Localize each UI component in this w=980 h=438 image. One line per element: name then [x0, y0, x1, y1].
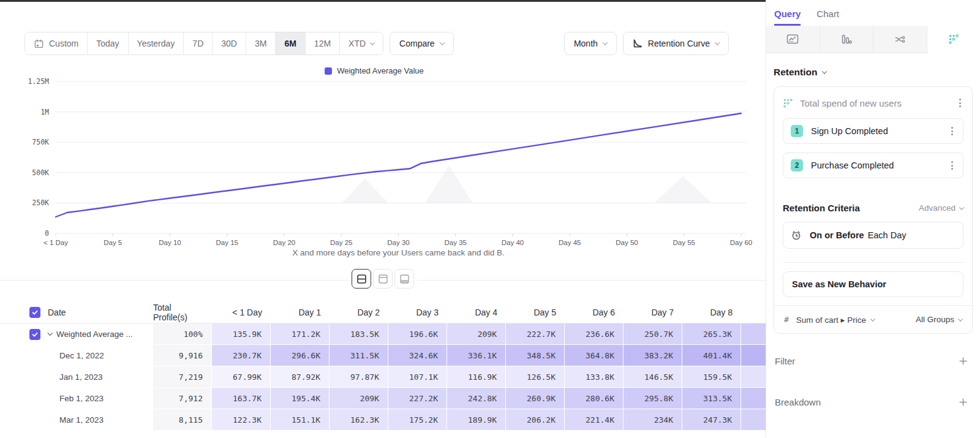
- flows-icon: [894, 34, 905, 45]
- retention-cell: 189.9K: [447, 409, 506, 431]
- column-header: Day 4: [447, 301, 506, 323]
- groups-dropdown[interactable]: All Groups: [916, 315, 962, 324]
- split-view-button[interactable]: [352, 269, 371, 289]
- retention-icon: [948, 34, 959, 45]
- tab-funnels[interactable]: [820, 26, 874, 53]
- table-row[interactable]: Dec 1, 20229,916230.7K296.6K311.5K324.6K…: [0, 345, 766, 366]
- retention-cell: 209K: [447, 323, 506, 345]
- retention-cell: 206.2K: [506, 409, 565, 431]
- svg-text:Day 20: Day 20: [273, 239, 295, 246]
- retention-criteria-row: Retention Criteria Advanced: [783, 203, 963, 213]
- tab-query[interactable]: Query: [774, 9, 801, 26]
- retention-curve-icon: [633, 39, 643, 48]
- date-column-header: Date: [0, 301, 153, 323]
- collapse-row-icon[interactable]: [47, 330, 52, 335]
- step-row-1[interactable]: 1 Sign Up Completed: [783, 118, 963, 144]
- chart-caption: X and more days before your Users came b…: [56, 248, 741, 257]
- top-edge-strip: [0, 0, 766, 2]
- retention-cell: 242.8K: [447, 388, 506, 409]
- step-menu-button[interactable]: [949, 159, 956, 172]
- tab-chart[interactable]: Chart: [816, 9, 839, 26]
- select-all-checkbox[interactable]: [29, 307, 40, 318]
- table-row[interactable]: Feb 1, 20237,912163.7K195.4K209K227.2K24…: [0, 388, 766, 409]
- retention-cell: 162.3K: [330, 409, 388, 431]
- retention-cell-partial: [741, 388, 766, 409]
- svg-text:Day 25: Day 25: [330, 239, 352, 246]
- retention-cell: 364.8K: [565, 345, 624, 366]
- retention-cell: 122.3K: [212, 409, 271, 431]
- report-main: CustomTodayYesterday7D30D3M6M12MXTD Comp…: [0, 0, 766, 438]
- retention-cell-partial: [741, 366, 766, 388]
- retention-cell: 195.4K: [271, 388, 330, 409]
- retention-cell: 401.4K: [682, 345, 741, 366]
- retention-cell: 151.1K: [271, 409, 330, 431]
- date-cell: Jan 1, 2023: [0, 366, 153, 388]
- range-today[interactable]: Today: [88, 32, 128, 55]
- range-12m[interactable]: 12M: [306, 32, 340, 55]
- retention-cell: 234K: [624, 409, 682, 431]
- tab-insights[interactable]: [766, 26, 820, 53]
- range-3m[interactable]: 3M: [246, 32, 276, 55]
- add-breakdown-icon[interactable]: [959, 398, 968, 407]
- retention-cell: 97.87K: [330, 366, 388, 388]
- number-type-icon: #: [784, 315, 789, 324]
- table-row[interactable]: Mar 1, 20238,115122.3K151.1K162.3K175.2K…: [0, 409, 766, 431]
- range-7d[interactable]: 7D: [184, 32, 213, 55]
- breakdown-section[interactable]: Breakdown: [774, 397, 973, 407]
- advanced-dropdown[interactable]: Advanced: [919, 203, 963, 213]
- criteria-condition-button[interactable]: On or BeforeEach Day: [783, 222, 963, 249]
- chart-only-view-button[interactable]: [373, 269, 393, 289]
- retention-cell: 159.5K: [682, 366, 741, 388]
- retention-cell: 348.5K: [506, 345, 565, 366]
- tab-retention[interactable]: [927, 26, 980, 53]
- date-cell: Feb 1, 2023: [0, 388, 153, 409]
- retention-cell: 171.2K: [271, 323, 330, 345]
- step-badge: 1: [791, 125, 803, 137]
- total-profiles-cell: 9,916: [153, 345, 212, 366]
- svg-text:0: 0: [45, 229, 49, 238]
- add-filter-icon[interactable]: [959, 357, 968, 366]
- svg-text:Day 40: Day 40: [502, 239, 524, 246]
- range-6m[interactable]: 6M: [276, 32, 305, 55]
- table-row[interactable]: Jan 1, 20237,21967.99K87.92K97.87K107.1K…: [0, 366, 766, 388]
- step-row-2[interactable]: 2 Purchase Completed: [783, 153, 963, 178]
- filter-section[interactable]: Filter: [774, 356, 973, 366]
- svg-text:750K: 750K: [32, 138, 49, 146]
- range-xtd[interactable]: XTD: [340, 32, 383, 55]
- retention-cell: 209K: [330, 388, 388, 409]
- retention-cell: 135.9K: [212, 323, 271, 345]
- range-custom[interactable]: Custom: [25, 32, 88, 55]
- step-badge: 2: [791, 159, 803, 172]
- report-type-tabs: [766, 26, 980, 53]
- granularity-button[interactable]: Month: [564, 32, 617, 55]
- insights-icon: [786, 34, 799, 45]
- chart-type-button[interactable]: Retention Curve: [623, 32, 729, 55]
- retention-cell: 116.9K: [447, 366, 506, 388]
- column-header: Day 6: [565, 301, 624, 323]
- svg-text:500K: 500K: [32, 168, 49, 177]
- row-checkbox[interactable]: [29, 329, 40, 340]
- range-30d[interactable]: 30D: [213, 32, 246, 55]
- total-profiles-cell: 100%: [153, 323, 212, 345]
- retention-cell: 133.8K: [565, 366, 624, 388]
- step-menu-button[interactable]: [949, 124, 956, 138]
- table-row[interactable]: Weighted Average ...100%135.9K171.2K183.…: [0, 323, 766, 345]
- range-yesterday[interactable]: Yesterday: [129, 32, 184, 55]
- measure-dropdown[interactable]: Sum of cart ▸ Price: [796, 315, 908, 325]
- date-cell: Mar 1, 2023: [0, 409, 153, 431]
- tab-flows[interactable]: [873, 26, 927, 53]
- retention-table: DateTotal Profile(s)< 1 DayDay 1Day 2Day…: [0, 301, 766, 431]
- svg-text:Day 5: Day 5: [104, 239, 122, 246]
- retention-cell-partial: [741, 409, 766, 431]
- save-behavior-button[interactable]: Save as New Behavior: [783, 271, 963, 297]
- retention-cell: 247.3K: [682, 409, 741, 431]
- behavior-menu-button[interactable]: [957, 96, 963, 110]
- table-only-view-button[interactable]: [394, 269, 414, 289]
- retention-cell: 175.2K: [388, 409, 447, 431]
- retention-cell: 265.3K: [682, 323, 741, 345]
- retention-section-toggle[interactable]: Retention: [774, 67, 973, 78]
- svg-text:Day 15: Day 15: [216, 239, 238, 246]
- retention-cell: 236.6K: [565, 323, 624, 345]
- compare-button[interactable]: Compare: [390, 32, 454, 55]
- retention-cell: 107.1K: [388, 366, 447, 388]
